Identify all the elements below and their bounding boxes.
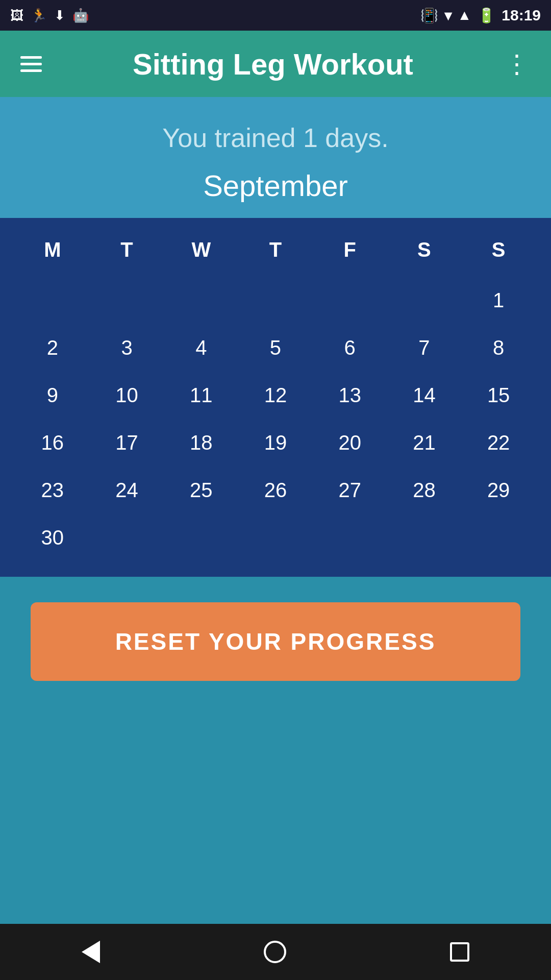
calendar-cell bbox=[238, 514, 313, 561]
calendar-cell bbox=[164, 514, 238, 561]
calendar-day-26[interactable]: 26 bbox=[238, 467, 313, 514]
recent-square-icon bbox=[450, 942, 469, 962]
calendar-day-16-today[interactable]: 16 bbox=[41, 431, 64, 454]
day-header-tue: T bbox=[90, 228, 164, 272]
reset-progress-button[interactable]: RESET YOUR PROGRESS bbox=[31, 602, 520, 681]
menu-button[interactable] bbox=[20, 56, 42, 72]
wifi-icon: ▾ bbox=[444, 7, 452, 24]
calendar-cell bbox=[387, 514, 462, 561]
calendar-day-9[interactable]: 9 bbox=[15, 372, 90, 419]
app-bar: Sitting Leg Workout ⋮ bbox=[0, 31, 551, 97]
signal-icon: ▲ bbox=[458, 7, 472, 23]
nav-bar bbox=[0, 924, 551, 980]
stats-section: You trained 1 days. September bbox=[0, 97, 551, 218]
calendar-day-14[interactable]: 14 bbox=[387, 372, 462, 419]
calendar-section: M T W T F S S 1 2 3 4 5 6 7 8 9 10 11 12… bbox=[0, 218, 551, 577]
status-time: 18:19 bbox=[502, 7, 541, 24]
calendar-day-13[interactable]: 13 bbox=[313, 372, 387, 419]
calendar-day-2[interactable]: 2 bbox=[15, 324, 90, 372]
back-triangle-icon bbox=[82, 941, 100, 963]
calendar-day-25[interactable]: 25 bbox=[164, 467, 238, 514]
recent-apps-button[interactable] bbox=[450, 942, 469, 962]
calendar-day-29[interactable]: 29 bbox=[461, 467, 536, 514]
button-area: RESET YOUR PROGRESS bbox=[0, 577, 551, 706]
calendar-day-5[interactable]: 5 bbox=[238, 324, 313, 372]
calendar-day-12[interactable]: 12 bbox=[238, 372, 313, 419]
calendar-day-19[interactable]: 19 bbox=[238, 419, 313, 467]
trained-text: You trained 1 days. bbox=[20, 122, 531, 153]
robot-icon: 🤖 bbox=[72, 8, 89, 23]
home-button[interactable] bbox=[264, 941, 286, 963]
calendar-day-4[interactable]: 4 bbox=[164, 324, 238, 372]
page-title: Sitting Leg Workout bbox=[42, 47, 504, 81]
calendar-day-27[interactable]: 27 bbox=[313, 467, 387, 514]
calendar-cell[interactable] bbox=[90, 277, 164, 324]
day-header-sat: S bbox=[387, 228, 462, 272]
calendar-day-22[interactable]: 22 bbox=[461, 419, 536, 467]
calendar-cell bbox=[313, 514, 387, 561]
calendar-grid: 1 2 3 4 5 6 7 8 9 10 11 12 13 14 15 16 1… bbox=[15, 277, 536, 561]
download-icon: ⬇ bbox=[54, 8, 65, 23]
calendar-day-17[interactable]: 17 bbox=[90, 419, 164, 467]
vibrate-icon: 📳 bbox=[420, 7, 438, 24]
calendar-cell[interactable] bbox=[164, 277, 238, 324]
home-circle-icon bbox=[264, 941, 286, 963]
calendar-cell[interactable] bbox=[238, 277, 313, 324]
day-header-mon: M bbox=[15, 228, 90, 272]
calendar-cell bbox=[461, 514, 536, 561]
calendar-cell[interactable] bbox=[15, 277, 90, 324]
calendar-day-23[interactable]: 23 bbox=[15, 467, 90, 514]
status-bar: 🖼 🏃 ⬇ 🤖 📳 ▾ ▲ 🔋 18:19 bbox=[0, 0, 551, 31]
battery-icon: 🔋 bbox=[478, 7, 495, 24]
calendar-day-16-wrapper[interactable]: 16 bbox=[15, 419, 90, 467]
back-button[interactable] bbox=[82, 941, 100, 963]
calendar-day-21[interactable]: 21 bbox=[387, 419, 462, 467]
calendar-day-24[interactable]: 24 bbox=[90, 467, 164, 514]
calendar-cell bbox=[90, 514, 164, 561]
calendar-day-11[interactable]: 11 bbox=[164, 372, 238, 419]
calendar-day-28[interactable]: 28 bbox=[387, 467, 462, 514]
calendar-day-6[interactable]: 6 bbox=[313, 324, 387, 372]
calendar-day-3[interactable]: 3 bbox=[90, 324, 164, 372]
calendar-day-30[interactable]: 30 bbox=[15, 514, 90, 561]
calendar-day-8[interactable]: 8 bbox=[461, 324, 536, 372]
more-options-button[interactable]: ⋮ bbox=[504, 49, 531, 79]
calendar-cell[interactable] bbox=[313, 277, 387, 324]
status-icons-right: 📳 ▾ ▲ 🔋 18:19 bbox=[420, 7, 541, 24]
calendar-day-20[interactable]: 20 bbox=[313, 419, 387, 467]
day-header-wed: W bbox=[164, 228, 238, 272]
month-title: September bbox=[20, 168, 531, 203]
calendar-day-1[interactable]: 1 bbox=[461, 277, 536, 324]
day-header-thu: T bbox=[238, 228, 313, 272]
calendar-day-15[interactable]: 15 bbox=[461, 372, 536, 419]
calendar-day-7[interactable]: 7 bbox=[387, 324, 462, 372]
calendar-day-10[interactable]: 10 bbox=[90, 372, 164, 419]
day-header-sun: S bbox=[461, 228, 536, 272]
figure-icon: 🏃 bbox=[31, 8, 47, 23]
day-header-fri: F bbox=[313, 228, 387, 272]
bottom-spacer bbox=[0, 706, 551, 849]
calendar-header: M T W T F S S bbox=[15, 218, 536, 272]
status-icons-left: 🖼 🏃 ⬇ 🤖 bbox=[10, 8, 89, 23]
calendar-cell[interactable] bbox=[387, 277, 462, 324]
image-icon: 🖼 bbox=[10, 8, 23, 23]
calendar-day-18[interactable]: 18 bbox=[164, 419, 238, 467]
